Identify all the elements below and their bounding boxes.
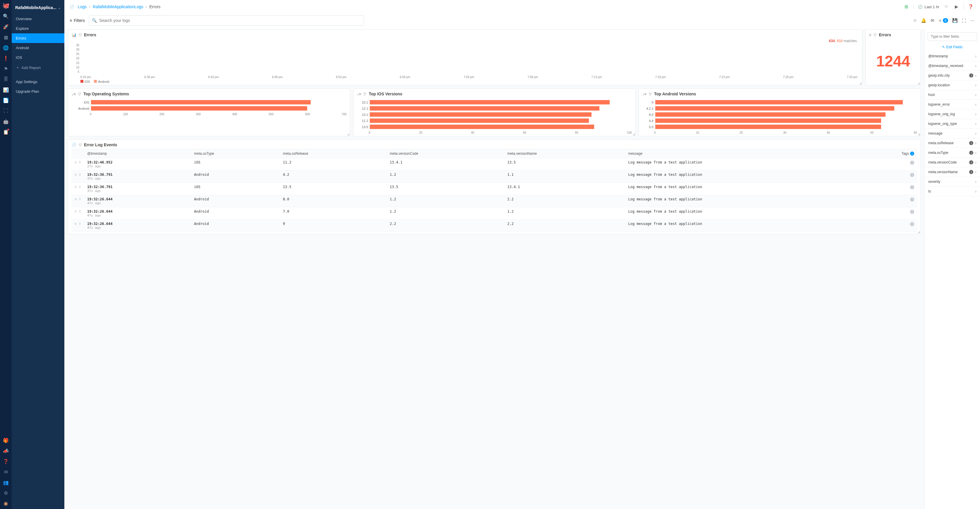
menu-icon[interactable]: ≡ — [75, 173, 76, 177]
globe-icon[interactable]: 🌐 — [3, 45, 8, 50]
filter-icon[interactable]: ▽ — [873, 33, 877, 37]
expand-icon[interactable]: ⇳ — [78, 173, 81, 177]
filter-icon[interactable]: ▽ — [78, 92, 81, 96]
crumb-logs[interactable]: Logs — [78, 5, 87, 9]
help-icon[interactable]: ❓ — [3, 459, 8, 464]
col-meta-osRelease[interactable]: meta.osRelease — [280, 149, 387, 158]
table-row[interactable]: ≡⇳19:32:26.64447s agoAndroid7.01.21.2Log… — [72, 207, 917, 220]
crumb-app[interactable]: RafalMobileApplicationLogs — [93, 5, 143, 9]
field-severity[interactable]: severity› — [925, 177, 980, 187]
expand-icon[interactable]: ⇳ — [78, 197, 81, 201]
avatar-icon[interactable]: ◉ — [3, 501, 8, 506]
flag-icon[interactable]: ⚑ — [3, 66, 8, 72]
filter-icon[interactable]: ▽ — [649, 92, 652, 96]
file-alert-icon[interactable]: 📋 — [3, 129, 8, 135]
col--timestamp[interactable]: @timestamp — [84, 149, 191, 158]
alert-icon[interactable]: ❗ — [3, 56, 8, 61]
robot-icon[interactable]: 🤖 — [3, 119, 8, 124]
expand-icon[interactable]: ⇳ — [78, 185, 81, 189]
col-meta-osType[interactable]: meta.osType — [191, 149, 280, 158]
users-icon[interactable]: 👥 — [3, 480, 8, 485]
envelope-icon[interactable]: ✉ — [931, 18, 934, 23]
field-logsene-error[interactable]: logsene_error› — [925, 100, 980, 110]
menu-icon[interactable]: ≡ — [75, 210, 76, 213]
add-report-button[interactable]: ＋Add Report — [12, 62, 64, 73]
doc-icon[interactable]: 📄 — [3, 98, 8, 103]
grid-icon[interactable]: ▦ — [3, 35, 8, 40]
gift-icon[interactable]: 🎁 — [3, 437, 8, 443]
nav-item-upgrade-plan[interactable]: Upgrade Plan — [12, 87, 64, 96]
menu-icon[interactable]: ≡ — [75, 222, 76, 226]
archive-icon[interactable]: 🗄 — [3, 76, 8, 82]
nav-item-ios[interactable]: iOS — [12, 52, 64, 62]
play-icon[interactable]: ▶ — [954, 3, 959, 11]
col-meta-versionName[interactable]: meta.versionName — [504, 149, 625, 158]
filter-icon[interactable]: ▽ — [79, 143, 82, 147]
menu-icon[interactable]: ≡ — [75, 160, 76, 164]
rocket-icon[interactable]: 🚀 — [3, 24, 8, 29]
table-row[interactable]: ≡⇳19:32:26.64447s agoAndroid8.01.22.2Log… — [72, 195, 917, 207]
field-logsene-orig-type[interactable]: logsene_orig_type› — [925, 119, 980, 129]
save-icon[interactable]: 💾 — [952, 18, 958, 23]
field-meta-versionName[interactable]: meta.versionNamei› — [925, 167, 980, 177]
filter-icon[interactable]: ▽ — [363, 92, 366, 96]
fields-filter-input[interactable] — [928, 32, 977, 41]
expand-icon[interactable]: ⇳ — [78, 222, 81, 226]
info-icon[interactable]: i — [910, 173, 914, 177]
logo-icon[interactable]: 🐙 — [3, 3, 8, 8]
time-range-selector[interactable]: 🕘 Last 1 hr — [913, 5, 939, 9]
bell-icon[interactable]: 🔔 — [921, 18, 926, 23]
field-message[interactable]: message› — [925, 129, 980, 138]
info-icon[interactable]: i — [910, 222, 914, 226]
filter-icon[interactable]: ▽ — [79, 33, 82, 37]
col-tags[interactable]: Tagsi — [899, 149, 917, 158]
field-host[interactable]: host› — [925, 90, 980, 100]
nav-item-android[interactable]: Android — [12, 43, 64, 52]
info-icon[interactable]: i — [910, 210, 914, 214]
field-geoip-info-city[interactable]: geoip.info.cityi› — [925, 71, 980, 80]
nav-item-explore[interactable]: Explore — [12, 24, 64, 33]
expand-icon[interactable]: ⇳ — [78, 210, 81, 213]
star-icon[interactable]: ☆ — [913, 18, 917, 23]
chart-icon[interactable]: 📊 — [3, 87, 8, 92]
field-geoip-location[interactable]: geoip.location› — [925, 80, 980, 90]
gear-icon[interactable]: ⚙ — [3, 490, 8, 496]
menu-icon[interactable]: ≡ — [75, 185, 76, 189]
col-meta-versionCode[interactable]: meta.versionCode — [387, 149, 504, 158]
table-row[interactable]: ≡⇳19:32:46.95227s agoiOS11.213.4.113.5Lo… — [72, 158, 917, 170]
expand-icon[interactable]: ⛶ — [962, 18, 966, 23]
table-row[interactable]: ≡⇳19:32:26.64447s agoAndroid92.22.2Log m… — [72, 220, 917, 232]
expand-icon[interactable]: ⇳ — [78, 160, 81, 164]
megaphone-icon[interactable]: 📣 — [3, 448, 8, 453]
field-ts[interactable]: ts› — [925, 187, 980, 196]
field-meta-osRelease[interactable]: meta.osReleasei› — [925, 138, 980, 148]
table-row[interactable]: ≡⇳19:32:36.79137s agoAndroid4.21.21.1Log… — [72, 170, 917, 183]
nav-item-overview[interactable]: Overview — [12, 14, 64, 24]
field-meta-versionCode[interactable]: meta.versionCodei› — [925, 157, 980, 167]
more-icon[interactable]: ⋯ — [970, 18, 975, 23]
table-row[interactable]: ≡⇳19:32:36.79137s agoiOS13.513.513.4.1Lo… — [72, 183, 917, 195]
col-message[interactable]: message — [625, 149, 898, 158]
field-meta-osType[interactable]: meta.osTypei› — [925, 148, 980, 157]
field--timestamp[interactable]: @timestamp› — [925, 51, 980, 61]
nav-item-errors[interactable]: Errors — [12, 33, 64, 43]
sort-icon: ↓≡ — [643, 92, 646, 96]
refresh-icon[interactable]: ⟳ — [943, 3, 950, 11]
filters-button[interactable]: ≡ Filters — [70, 18, 85, 23]
search-icon[interactable]: 🔍 — [3, 13, 8, 19]
search-input[interactable] — [89, 15, 364, 26]
app-selector[interactable]: RafalMobileApplica... ⌄ — [12, 3, 64, 14]
add-panel-icon[interactable]: ⊞ — [904, 3, 910, 11]
menu-icon[interactable]: ≡ — [75, 197, 76, 201]
info-icon[interactable]: i — [910, 185, 914, 189]
scan-icon[interactable]: ⛶ — [3, 108, 8, 113]
field--timestamp-received[interactable]: @timestamp_received› — [925, 61, 980, 71]
mail-icon[interactable]: ✉ — [3, 469, 8, 474]
help-circle-icon[interactable]: ❓ — [964, 3, 975, 11]
field-logsene-orig-log[interactable]: logsene_orig_log› — [925, 110, 980, 119]
shuffle-badge[interactable]: ⤭ 0 — [939, 18, 948, 23]
nav-item-app-settings[interactable]: App Settings — [12, 77, 64, 87]
edit-fields-button[interactable]: ✎Edit Fields — [925, 44, 980, 51]
info-icon[interactable]: i — [910, 197, 914, 202]
info-icon[interactable]: i — [910, 161, 914, 165]
